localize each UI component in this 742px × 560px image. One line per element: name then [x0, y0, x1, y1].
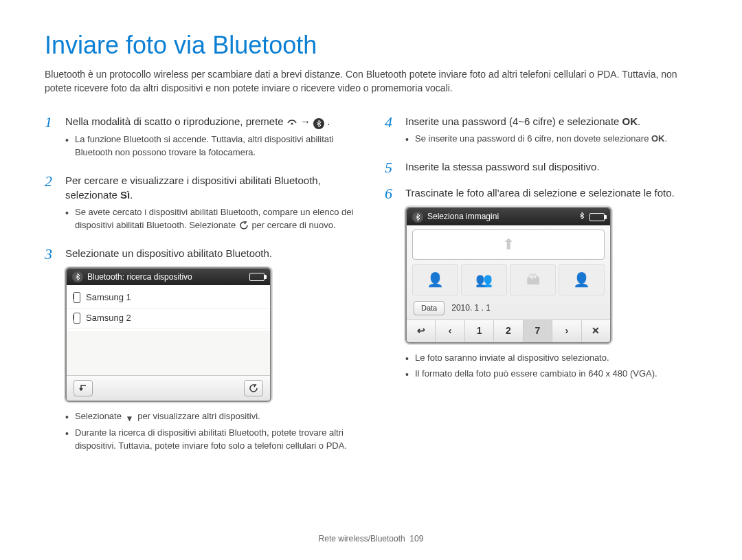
device-header-title: Seleziona immagini: [427, 211, 499, 223]
step-3-after-bullets: Selezionate ▼ per visualizzare altri dis…: [65, 410, 357, 453]
people-icon: 👥: [475, 270, 493, 289]
step-2-bullets: Se avete cercato i dispositivi abilitati…: [65, 206, 357, 232]
bullet-text-b: .: [664, 133, 667, 144]
step-1-arrow: →: [300, 115, 313, 127]
thumbnail[interactable]: 👤: [412, 264, 458, 295]
device-row[interactable]: Samsung 2: [67, 309, 270, 328]
bullet: Il formato della foto può essere cambiat…: [405, 368, 697, 381]
device-list: Samsung 1 Samsung 2: [67, 285, 270, 331]
chevron-down-icon: ▼: [124, 413, 135, 424]
back-button[interactable]: [74, 380, 93, 396]
date-bar: Data 2010. 1 . 1: [407, 300, 610, 320]
step-2: 2 Per cercare e visualizzare i dispositi…: [45, 173, 357, 236]
step-body: Per cercare e visualizzare i dispositivi…: [65, 173, 357, 236]
device-row[interactable]: Samsung 1: [67, 288, 270, 308]
bullet: Le foto saranno inviate al dispositivo s…: [405, 352, 697, 365]
bullet: La funzione Bluetooth si accende. Tuttav…: [65, 133, 357, 159]
device-header: Seleziona immagini: [407, 208, 610, 225]
wireless-icon: [286, 116, 297, 127]
step-body: Inserite una password (4~6 cifre) e sele…: [405, 114, 697, 150]
step-6: 6 Trascinate le foto all'area di selezio…: [385, 186, 697, 384]
device-row-label: Samsung 1: [86, 291, 131, 304]
step-3: 3 Selezionate un dispositivo abilitato B…: [45, 246, 357, 458]
step-number: 2: [45, 173, 58, 236]
device-row-label: Samsung 2: [86, 312, 131, 324]
step-4-bold: OK: [622, 115, 638, 127]
phone-icon: [74, 292, 80, 303]
step-body: Nella modalità di scatto o riproduzione,…: [65, 114, 357, 164]
device-blank-area: [67, 331, 270, 375]
bluetooth-icon: [313, 118, 324, 129]
bullet-text-b: per visualizzare altri dispositivi.: [137, 411, 260, 421]
device-screenshot-select: Seleziona immagini ⬆ 👤 👥: [405, 207, 611, 344]
bullet: Durante la ricerca di dispositivi abilit…: [65, 427, 357, 453]
refresh-button[interactable]: [244, 380, 263, 396]
bullet-bold: OK: [651, 133, 665, 144]
person-icon: 👤: [427, 270, 444, 289]
battery-icon: [249, 273, 265, 281]
page-footer: Rete wireless/Bluetooth 109: [0, 534, 742, 544]
step-6-after-bullets: Le foto saranno inviate al dispositivo s…: [405, 352, 697, 381]
footer-close-button[interactable]: ✕: [582, 320, 610, 342]
device-header: Bluetooth: ricerca dispositivo: [67, 269, 270, 286]
step-2-text-a: Per cercare e visualizzare i dispositivi…: [65, 175, 321, 201]
bullet-text-a: Se inserite una password di 6 cifre, non…: [415, 133, 651, 144]
page-title: Inviare foto via Bluetooth: [45, 31, 697, 60]
device-header-title: Bluetooth: ricerca dispositivo: [87, 271, 192, 283]
two-column-layout: 1 Nella modalità di scatto o riproduzion…: [45, 114, 697, 467]
thumbnail[interactable]: 🏔: [510, 264, 556, 295]
right-column: 4 Inserite una password (4~6 cifre) e se…: [385, 114, 697, 467]
step-number: 4: [385, 114, 398, 150]
step-number: 1: [45, 114, 58, 164]
step-2-bold: Sì: [120, 189, 130, 201]
footer-page-7[interactable]: 7: [524, 320, 552, 342]
bluetooth-status-icon: [578, 212, 585, 222]
footer-page-2[interactable]: 2: [494, 320, 523, 342]
intro-text: Bluetooth è un protocollo wireless per s…: [45, 68, 697, 95]
step-1-text-c: .: [327, 115, 330, 127]
step-4-text-b: .: [638, 115, 640, 127]
bullet: Se avete cercato i dispositivi abilitati…: [65, 206, 357, 232]
step-body: Trascinate le foto all'area di selezione…: [405, 186, 697, 384]
bluetooth-header-icon: [412, 212, 423, 223]
svg-point-0: [291, 123, 293, 125]
battery-icon: [589, 213, 605, 221]
footer-back-button[interactable]: ↩: [407, 320, 436, 342]
step-1-text-a: Nella modalità di scatto o riproduzione,…: [65, 115, 286, 127]
bullet-text-b: per cercare di nuovo.: [251, 220, 335, 230]
device-footer: [67, 375, 270, 401]
person-icon: 👤: [573, 270, 590, 289]
bullet: Selezionate ▼ per visualizzare altri dis…: [65, 410, 357, 425]
data-button[interactable]: Data: [414, 301, 445, 315]
device-footer: ↩ ‹ 1 2 7 › ✕: [407, 320, 610, 342]
device-screenshot-search: Bluetooth: ricerca dispositivo Samsung 1…: [65, 267, 271, 402]
step-body: Selezionate un dispositivo abilitato Blu…: [65, 246, 357, 458]
footer-page-1[interactable]: 1: [465, 320, 494, 342]
up-arrow-icon: ⬆: [502, 234, 515, 256]
landscape-icon: 🏔: [526, 270, 540, 289]
step-number: 6: [385, 186, 398, 384]
phone-icon: [74, 313, 80, 324]
step-body: Inserite la stessa password sul disposit…: [405, 159, 697, 176]
step-4-text-a: Inserite una password (4~6 cifre) e sele…: [405, 115, 622, 127]
step-4: 4 Inserite una password (4~6 cifre) e se…: [385, 114, 697, 150]
bullet-text-a: Selezionate: [75, 411, 124, 421]
step-5-text: Inserite la stessa password sul disposit…: [405, 161, 600, 172]
step-2-text-b: .: [130, 189, 133, 201]
footer-next-button[interactable]: ›: [552, 320, 581, 342]
step-number: 5: [385, 159, 398, 176]
footer-section: Rete wireless/Bluetooth: [319, 534, 405, 544]
step-number: 3: [45, 246, 58, 458]
footer-page-number: 109: [409, 534, 423, 544]
step-6-text: Trascinate le foto all'area di selezione…: [405, 187, 675, 199]
step-5: 5 Inserite la stessa password sul dispos…: [385, 159, 697, 176]
footer-prev-button[interactable]: ‹: [436, 320, 464, 342]
thumbnail-strip: 👤 👥 🏔 👤: [412, 264, 605, 295]
thumbnail[interactable]: 👤: [559, 264, 605, 295]
bluetooth-header-icon: [72, 271, 83, 282]
selection-drop-area[interactable]: ⬆: [412, 229, 605, 260]
thumbnail[interactable]: 👥: [461, 264, 507, 295]
step-1-bullets: La funzione Bluetooth si accende. Tuttav…: [65, 133, 357, 159]
step-1: 1 Nella modalità di scatto o riproduzion…: [45, 114, 357, 164]
step-4-bullets: Se inserite una password di 6 cifre, non…: [405, 133, 697, 146]
